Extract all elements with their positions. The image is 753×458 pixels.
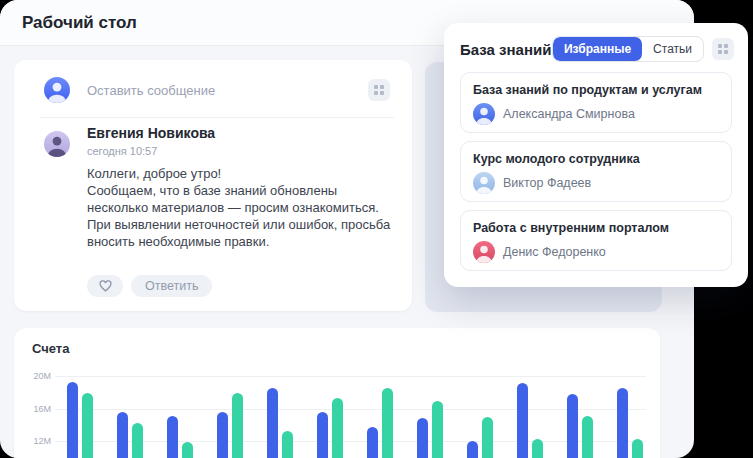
- kb-article-author: Александра Смирнова: [473, 103, 635, 125]
- current-user-avatar: [44, 77, 70, 103]
- kb-article-item[interactable]: Курс молодого сотрудника Виктор Фадеев: [460, 141, 732, 202]
- drag-handle-icon: [374, 85, 384, 95]
- author-name: Виктор Фадеев: [503, 176, 591, 190]
- bar-blue-1: [67, 382, 78, 458]
- person-icon: [473, 103, 495, 125]
- kb-article-title: База знаний по продуктам и услугам: [473, 83, 702, 97]
- kb-article-author: Денис Федоренко: [473, 241, 606, 263]
- widget-drag-handle[interactable]: [368, 79, 390, 101]
- author-avatar: [473, 241, 495, 263]
- bar-blue-12: [617, 388, 628, 458]
- bar-blue-11: [567, 394, 578, 458]
- bar-chart-plot-area: [14, 328, 660, 458]
- person-icon: [44, 77, 70, 103]
- divider: [40, 117, 394, 118]
- heart-icon: [99, 280, 112, 292]
- bar-green-8: [432, 401, 443, 458]
- knowledge-base-item-list: База знаний по продуктам и услугам Алекс…: [460, 72, 732, 279]
- bar-green-11: [582, 416, 593, 458]
- bar-green-1: [82, 393, 93, 458]
- tab-favorites[interactable]: Избранные: [553, 37, 642, 61]
- bar-green-5: [282, 431, 293, 458]
- kb-article-author: Виктор Фадеев: [473, 172, 591, 194]
- message-feed-card: Оставить сообщение Евгения Новикова сего…: [14, 60, 412, 311]
- widget-drag-handle[interactable]: [712, 38, 734, 60]
- bar-blue-9: [467, 441, 478, 458]
- bar-blue-2: [117, 412, 128, 458]
- knowledge-base-tabs: Избранные Статьи: [552, 36, 704, 62]
- bar-green-9: [482, 417, 493, 458]
- bar-blue-7: [367, 427, 378, 458]
- tab-articles[interactable]: Статьи: [642, 37, 703, 61]
- drag-handle-icon: [718, 44, 728, 54]
- post-timestamp: сегодня 10:57: [87, 145, 157, 157]
- bar-green-4: [232, 393, 243, 458]
- post-actions: Ответить: [87, 275, 212, 297]
- bar-green-7: [382, 388, 393, 458]
- author-name: Денис Федоренко: [503, 245, 606, 259]
- like-button[interactable]: [87, 275, 123, 297]
- post-author-name: Евгения Новикова: [87, 125, 215, 141]
- bar-green-3: [182, 442, 193, 458]
- bar-green-2: [132, 423, 143, 458]
- person-icon: [473, 172, 495, 194]
- bar-green-10: [532, 439, 543, 458]
- author-name: Александра Смирнова: [503, 107, 635, 121]
- person-icon: [44, 131, 70, 157]
- bar-green-12: [632, 439, 643, 458]
- post-body-text: Коллеги, доброе утро! Сообщаем, что в ба…: [87, 165, 390, 250]
- bar-blue-10: [517, 383, 528, 458]
- knowledge-base-panel[interactable]: База знаний Избранные Статьи База знаний…: [444, 23, 748, 287]
- bar-blue-5: [267, 388, 278, 458]
- page-title: Рабочий стол: [22, 0, 137, 45]
- kb-article-title: Курс молодого сотрудника: [473, 152, 640, 166]
- author-avatar: [473, 103, 495, 125]
- knowledge-base-title: База знаний: [460, 41, 551, 58]
- bar-blue-6: [317, 412, 328, 458]
- message-input[interactable]: Оставить сообщение: [87, 83, 215, 98]
- person-icon: [473, 241, 495, 263]
- post-author-avatar: [44, 131, 70, 157]
- author-avatar: [473, 172, 495, 194]
- bar-blue-8: [417, 418, 428, 458]
- kb-article-item[interactable]: База знаний по продуктам и услугам Алекс…: [460, 72, 732, 133]
- knowledge-base-header: База знаний Избранные Статьи: [460, 36, 734, 62]
- bar-green-6: [332, 398, 343, 458]
- kb-article-item[interactable]: Работа с внутренним порталом Денис Федор…: [460, 210, 732, 271]
- bar-blue-3: [167, 416, 178, 458]
- reply-button[interactable]: Ответить: [131, 275, 212, 297]
- kb-article-title: Работа с внутренним порталом: [473, 221, 669, 235]
- invoices-chart-card: Счета 20M 16M 12M: [14, 328, 660, 458]
- bar-blue-4: [217, 412, 228, 458]
